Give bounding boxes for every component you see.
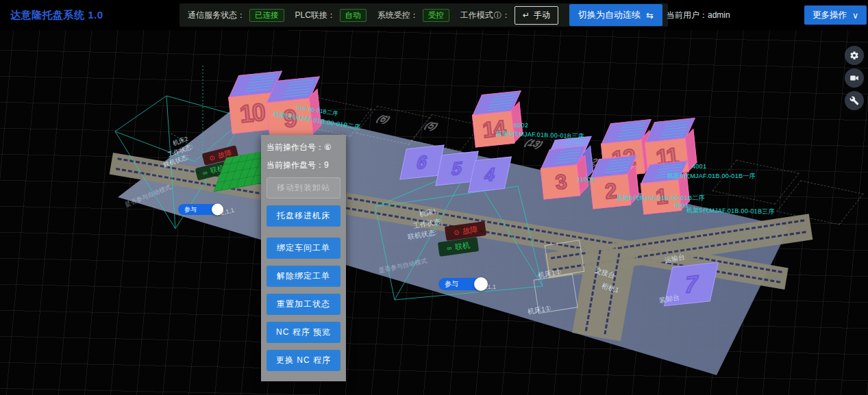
bind-work-order-button[interactable]: 绑定车间工单 [266,238,340,259]
more-actions-button[interactable]: 更多操作 ∨ [804,5,867,25]
switch-icon: ⇆ [646,10,654,21]
fault-icon: ⊙ [453,228,460,236]
work-mode-label: 工作模式ⓘ： [460,10,510,21]
machine-coords: 1,1,1 [482,283,496,290]
scene-3d-view[interactable]: 机床1① 机床1① 交接台 桁机1 运输台 装卸台 机床2 工作状态: 联机状态… [0,30,868,395]
current-pallet-row: 当前操作盘号：9 [266,160,340,170]
move-to-loading-station-button[interactable]: 移动到装卸站 [266,177,340,199]
participate-toggle[interactable]: 参与 [178,204,220,215]
work-mode-group: 工作模式ⓘ： ↵ 手动 [460,6,558,25]
pallet-annotation: 4001 [692,163,706,170]
current-station-value: ⑥ [324,142,332,152]
pallet-annotation: 8002 [514,122,528,129]
current-pallet-value: 9 [324,160,329,170]
info-icon: ⓘ [494,11,501,19]
camera-icon [850,73,859,83]
fault-icon: ⊙ [208,153,216,162]
plc-status-label: PLC联接： [295,10,336,21]
participate-toggle[interactable]: 参与 [438,278,484,290]
plc-status: PLC联接： 自动 [295,9,367,22]
pallet-annotation: 机架5代MJAF.01B.00-01B一序 [667,172,756,181]
pallet-number: 3 [541,164,581,199]
wrench-icon [850,96,859,105]
current-station-row: 当前操作台号：⑥ [266,142,340,153]
pallet-annotation: 11001 [577,176,595,183]
camera-button[interactable] [845,68,864,88]
nc-program-preview-button[interactable]: NC 程序 预览 [266,322,340,343]
current-user: 当前用户：admin [667,0,730,30]
system-control-badge: 受控 [423,9,449,22]
change-nc-program-button[interactable]: 更换 NC 程序 [266,350,340,371]
link-icon: ∞ [446,244,452,252]
system-control-label: 系统受控： [377,10,419,21]
comm-status-label: 通信服务状态： [188,10,245,21]
menu-divider [266,227,340,231]
pallet-annotation: 机架5代MJAF.01B.00-01B三序 [686,206,775,216]
wrench-button[interactable] [845,91,864,110]
link-icon: ∞ [201,168,208,177]
enter-icon: ↵ [523,10,530,20]
app-title: 达意隆托盘系统 1.0 [10,0,103,30]
settings-button[interactable] [845,46,864,65]
pallet-into-machine-button[interactable]: 托盘移进机床 [266,205,340,227]
pallet-number: 2 [590,174,632,209]
username: admin [708,10,730,20]
pallet-context-menu: 当前操作台号：⑥ 当前操作盘号：9 移动到装卸站 托盘移进机床 绑定车间工单 解… [261,135,346,381]
pallet-tile[interactable]: 4 [468,157,512,193]
switch-auto-continuous-button[interactable]: 切换为自动连续 ⇆ [569,4,662,26]
manual-mode-button[interactable]: ↵ 手动 [514,6,558,25]
plc-status-badge: 自动 [340,9,367,22]
pallet-annotation: 机架5代MJAF.01B.00-01B二序 [617,194,705,203]
top-bar: 达意隆托盘系统 1.0 通信服务状态： 已连接 PLC联接： 自动 系统受控： … [0,0,868,30]
comm-status: 通信服务状态： 已连接 [188,9,284,22]
reset-machining-state-button[interactable]: 重置加工状态 [266,294,340,315]
comm-status-badge: 已连接 [249,9,284,22]
system-control-status: 系统受控： 受控 [377,9,449,22]
gear-icon [850,51,859,60]
status-toolbar: 通信服务状态： 已连接 PLC联接： 自动 系统受控： 受控 工作模式ⓘ： ↵ … [179,3,668,27]
chevron-down-icon: ∨ [852,10,858,21]
unbind-work-order-button[interactable]: 解除绑定工单 [266,266,340,287]
